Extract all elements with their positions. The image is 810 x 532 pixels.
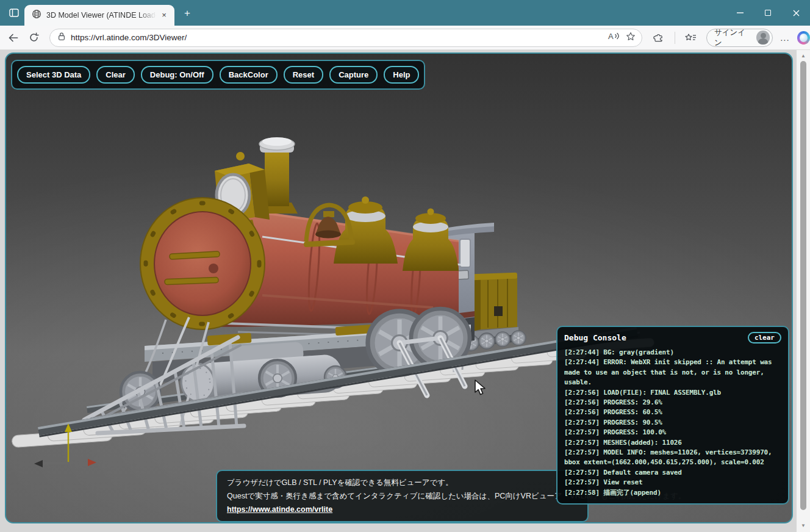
svg-text:A: A	[608, 32, 614, 41]
log-row: [2:27:57] View reset	[564, 478, 781, 487]
url-text[interactable]: https://vrl.atinde.com/3DViewer/	[71, 33, 608, 42]
refresh-button[interactable]	[25, 29, 41, 46]
select-3d-data-button[interactable]: Select 3D Data	[17, 66, 90, 84]
signin-label: サインイン	[714, 27, 752, 48]
banner-line-1: ブラウザだけでGLB / STL / PLYを確認できる無料ビューアです。	[227, 477, 578, 489]
toolbar-separator	[675, 32, 675, 44]
console-log: [2:27:44] BG: gray(gradient) [2:27:44] E…	[564, 348, 781, 498]
browser-navbar: https://vrl.atinde.com/3DViewer/ A サインイン…	[0, 26, 810, 50]
clear-button[interactable]: Clear	[96, 66, 135, 84]
browser-tab[interactable]: 3D Model Viewer (ATINDE Loader ×	[24, 5, 174, 26]
log-row: bbox extent=(1662.000,450.615,275.000), …	[564, 458, 781, 467]
favorites-bar-icon[interactable]	[683, 29, 699, 46]
log-row: [2:27:57] Default camera saved	[564, 468, 781, 478]
window-minimize-button[interactable]	[726, 0, 754, 26]
read-aloud-icon[interactable]: A	[608, 32, 620, 43]
tab-title: 3D Model Viewer (ATINDE Loader	[46, 11, 159, 20]
vrlite-link[interactable]: https://www.atinde.com/vrlite	[227, 504, 578, 516]
lock-icon	[57, 32, 66, 43]
log-row: [2:27:57] MESHES(added): 11026	[564, 438, 781, 448]
log-row: [2:27:57] PROGRESS: 90.5%	[564, 418, 781, 428]
tab-close-icon[interactable]: ×	[159, 10, 170, 21]
log-row: [2:27:58] 描画完了(append)	[564, 488, 781, 498]
browser-titlebar: 3D Model Viewer (ATINDE Loader × +	[0, 0, 810, 26]
tab-actions-icon[interactable]	[6, 5, 22, 20]
scrollbar-thumb[interactable]	[800, 61, 806, 510]
reset-button[interactable]: Reset	[284, 66, 323, 84]
page-background: Select 3D Data Clear Debug: On/Off BackC…	[0, 50, 810, 532]
mouse-cursor	[474, 379, 489, 397]
debug-console: Debug Console clear [2:27:44] BG: gray(g…	[556, 326, 789, 505]
favorite-star-icon[interactable]	[626, 32, 636, 44]
browser-menu-button[interactable]: ...	[780, 32, 790, 43]
banner-line-2: Questで実寸感・奥行き感まで含めてインタラクティブに確認したい場合は、PC向…	[227, 491, 578, 502]
log-row: [2:27:57] PROGRESS: 100.0%	[564, 428, 781, 437]
help-button[interactable]: Help	[384, 66, 419, 84]
scrollbar-up-icon[interactable]: ▲	[797, 51, 810, 61]
tab-favicon-globe-icon	[32, 9, 41, 21]
address-bar[interactable]: https://vrl.atinde.com/3DViewer/ A	[49, 29, 642, 47]
log-row: usable.	[564, 378, 781, 387]
window-close-button[interactable]	[782, 0, 810, 26]
log-row: [2:27:56] PROGRESS: 60.5%	[564, 408, 781, 417]
scrollbar-down-icon[interactable]: ▼	[797, 521, 810, 531]
viewer-canvas[interactable]: Select 3D Data Clear Debug: On/Off BackC…	[5, 52, 793, 523]
debug-console-title: Debug Console	[564, 333, 626, 342]
back-button[interactable]	[5, 29, 21, 46]
backcolor-button[interactable]: BackColor	[220, 66, 278, 84]
log-row: [2:27:56] LOAD(FILE): FINAL ASSEMBLY.glb	[564, 388, 781, 398]
log-row: [2:27:44] BG: gray(gradient)	[564, 348, 781, 358]
window-maximize-button[interactable]	[754, 0, 782, 26]
info-banner: ブラウザだけでGLB / STL / PLYを確認できる無料ビューアです。 Qu…	[216, 470, 589, 522]
debug-toggle-button[interactable]: Debug: On/Off	[141, 66, 213, 84]
console-clear-button[interactable]: clear	[748, 332, 781, 343]
page-scrollbar[interactable]: ▲ ▼	[797, 50, 810, 532]
axes-gizmo	[24, 420, 104, 475]
signin-button[interactable]: サインイン	[706, 29, 773, 47]
log-row: [2:27:56] PROGRESS: 29.6%	[564, 398, 781, 408]
capture-button[interactable]: Capture	[329, 66, 378, 84]
log-row: made to use an object that is not, or is…	[564, 368, 781, 378]
profile-avatar	[756, 31, 770, 45]
extensions-icon[interactable]	[651, 29, 667, 46]
log-row: [2:27:44] ERROR: WebXR init skipped :: A…	[564, 358, 781, 367]
copilot-icon[interactable]	[797, 31, 810, 45]
new-tab-button[interactable]: +	[181, 7, 194, 20]
viewer-toolbar: Select 3D Data Clear Debug: On/Off BackC…	[11, 60, 425, 90]
log-row: [2:27:57] MODEL INFO: meshes=11026, vert…	[564, 448, 781, 458]
